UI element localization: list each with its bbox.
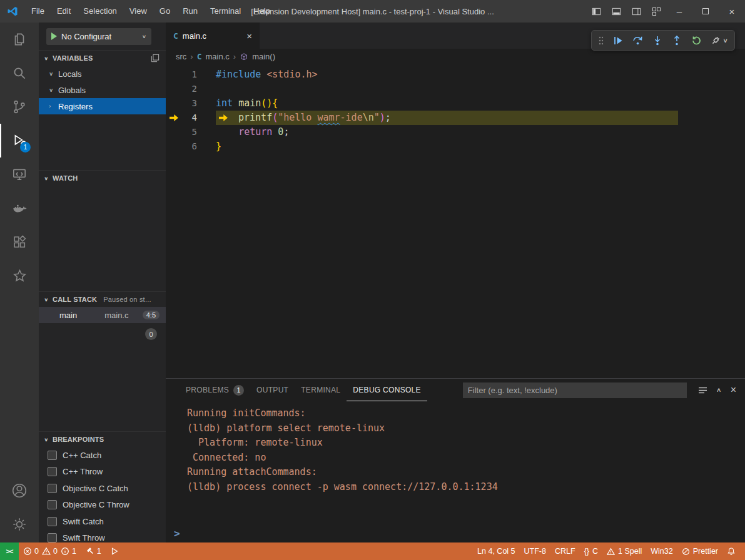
copy-icon[interactable] — [151, 54, 160, 62]
sidebar-item-docker[interactable] — [0, 191, 39, 225]
restart-icon[interactable] — [691, 35, 702, 46]
close-icon[interactable]: × — [731, 384, 736, 396]
sidebar-item-explorer[interactable] — [0, 22, 39, 56]
start-debug-icon[interactable] — [51, 32, 57, 40]
code-line[interactable]: 6} — [166, 139, 745, 154]
token: main — [238, 98, 261, 109]
chevron-up-icon[interactable]: ∧ — [716, 386, 722, 393]
continue-icon[interactable] — [612, 35, 624, 46]
menu-selection[interactable]: Selection — [77, 0, 123, 22]
breakpoint-item[interactable]: C++ Throw — [39, 464, 166, 481]
menu-run[interactable]: Run — [176, 0, 204, 22]
console-prompt[interactable]: > — [174, 528, 180, 539]
close-icon[interactable]: × — [719, 0, 745, 22]
disconnect-button[interactable]: ∨ — [710, 35, 728, 46]
breakpoint-item[interactable]: C++ Catch — [39, 447, 166, 464]
sidebar-item-remote-explorer[interactable] — [0, 158, 39, 191]
panel-tab-output[interactable]: OUTPUT — [250, 379, 295, 401]
token: int — [216, 98, 238, 109]
glyph-margin[interactable] — [166, 125, 182, 139]
breakpoints-header[interactable]: ∨ BREAKPOINTS — [39, 432, 166, 447]
code-editor[interactable]: ∨ 1#include <stdio.h>23int main(){4print… — [166, 64, 745, 378]
code-line[interactable]: 5 return 0; — [166, 125, 745, 139]
step-over-icon[interactable] — [632, 34, 644, 46]
breadcrumb-file[interactable]: main.c — [206, 52, 230, 61]
breakpoint-checkbox[interactable] — [48, 500, 57, 509]
variables-title: VARIABLES — [53, 54, 93, 62]
drag-grip-icon[interactable] — [598, 36, 604, 46]
variables-item-globals[interactable]: ∨Globals — [39, 82, 166, 98]
breakpoint-item[interactable]: Objective C Throw — [39, 497, 166, 514]
code-line[interactable]: 1#include <stdio.h> — [166, 68, 745, 82]
toggle-secondary-sidebar-icon[interactable] — [626, 0, 646, 22]
panel-tab-terminal[interactable]: TERMINAL — [295, 379, 347, 401]
call-stack-header[interactable]: ∨ CALL STACK Paused on st... — [39, 292, 166, 307]
sidebar-item-run-and-debug[interactable]: 1 — [0, 124, 39, 158]
menu-edit[interactable]: Edit — [51, 0, 77, 22]
console-line: Running attachCommands: — [187, 465, 745, 480]
minimize-icon[interactable]: – — [666, 0, 692, 22]
code-line[interactable]: 3int main(){ — [166, 96, 745, 111]
breakpoint-item[interactable]: Objective C Catch — [39, 480, 166, 497]
menu-terminal[interactable]: Terminal — [204, 0, 247, 22]
problems-status[interactable]: 0 0 1 — [19, 542, 81, 560]
step-into-icon[interactable] — [652, 35, 663, 46]
sidebar-item-source-control[interactable] — [0, 90, 39, 124]
maximize-icon[interactable] — [692, 0, 719, 22]
tab-main-c[interactable]: C main.c × — [166, 22, 260, 49]
breakpoint-item[interactable]: Swift Catch — [39, 513, 166, 530]
variables-header[interactable]: ∨ VARIABLES — [39, 51, 166, 66]
glyph-margin[interactable] — [166, 139, 182, 154]
menu-file[interactable]: File — [25, 0, 51, 22]
panel-tab-problems[interactable]: PROBLEMS1 — [180, 379, 250, 401]
breakpoint-label: C++ Throw — [63, 467, 103, 476]
notifications-button[interactable] — [722, 547, 740, 556]
breakpoint-checkbox[interactable] — [48, 484, 57, 493]
toggle-sidebar-icon[interactable] — [586, 0, 606, 22]
language-mode[interactable]: {} C — [580, 547, 602, 556]
spell-checker-status[interactable]: 1 Spell — [602, 547, 646, 556]
code-line[interactable]: 4printf("hello wamr-ide\n"); — [166, 111, 745, 125]
formatter-status[interactable]: Prettier — [677, 547, 722, 556]
step-out-icon[interactable] — [671, 35, 682, 46]
menu-view[interactable]: View — [123, 0, 153, 22]
breakpoint-checkbox[interactable] — [48, 533, 57, 542]
toolchain-status[interactable]: 1 — [81, 542, 106, 560]
glyph-margin[interactable] — [166, 111, 182, 125]
console-filter-input[interactable] — [463, 382, 687, 398]
sidebar-item-extensions[interactable] — [0, 225, 39, 259]
sidebar-item-starred[interactable] — [0, 259, 39, 292]
breakpoint-item[interactable]: Swift Throw — [39, 530, 166, 543]
menu-go[interactable]: Go — [153, 0, 176, 22]
panel-tab-debug-console[interactable]: DEBUG CONSOLE — [347, 379, 427, 401]
chevron-down-icon: ∨ — [43, 437, 50, 442]
breakpoint-checkbox[interactable] — [48, 517, 57, 526]
debug-config-dropdown[interactable]: No Configurat ∨ — [46, 28, 151, 45]
encoding-indicator[interactable]: UTF-8 — [520, 547, 550, 556]
debug-status[interactable] — [106, 542, 123, 560]
debug-console-output[interactable]: Running initCommands:(lldb) platform sel… — [166, 401, 745, 542]
toggle-panel-icon[interactable] — [606, 0, 626, 22]
hamburger-lines-icon[interactable] — [698, 386, 707, 394]
settings-button[interactable] — [0, 508, 39, 541]
watch-header[interactable]: ∨ WATCH — [39, 171, 166, 186]
breadcrumb-symbol[interactable]: main() — [252, 52, 275, 61]
glyph-margin[interactable] — [166, 68, 182, 82]
glyph-margin[interactable] — [166, 96, 182, 111]
cursor-position[interactable]: Ln 4, Col 5 — [473, 547, 519, 556]
variables-item-locals[interactable]: ∨Locals — [39, 66, 166, 82]
eol-indicator[interactable]: CRLF — [550, 547, 580, 556]
accounts-button[interactable] — [0, 474, 39, 508]
breadcrumb-folder[interactable]: src — [176, 52, 186, 61]
customize-layout-icon[interactable] — [646, 0, 666, 22]
platform-indicator[interactable]: Win32 — [646, 547, 677, 556]
breakpoint-checkbox[interactable] — [48, 451, 57, 460]
sidebar-item-search[interactable] — [0, 56, 39, 90]
code-line[interactable]: 2 — [166, 82, 745, 96]
variables-item-registers[interactable]: ›Registers — [39, 98, 166, 114]
breakpoint-checkbox[interactable] — [48, 467, 57, 476]
remote-indicator[interactable]: >< — [0, 542, 19, 560]
glyph-margin[interactable] — [166, 82, 182, 96]
stack-frame-row[interactable]: main main.c 4:5 — [39, 307, 166, 323]
close-icon[interactable]: × — [246, 31, 252, 41]
